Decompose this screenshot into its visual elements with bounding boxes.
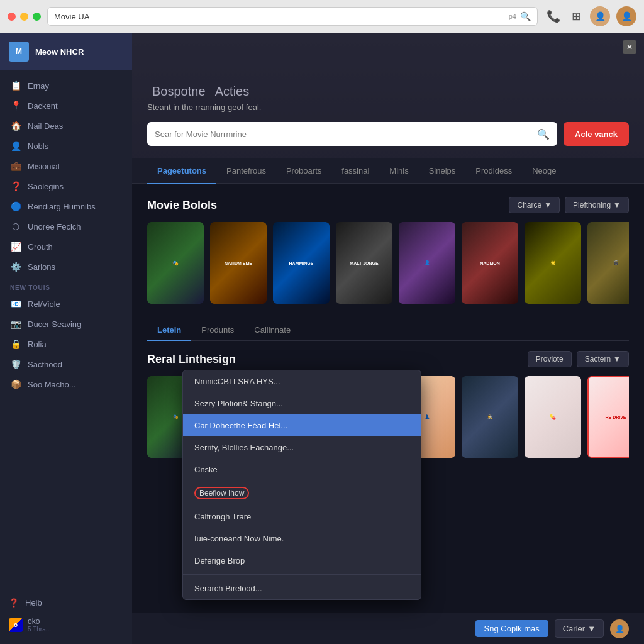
proviote-btn-label: Proviote — [536, 355, 564, 364]
close-traffic-light[interactable] — [8, 13, 16, 21]
header-subtitle: Steant in the rranning geof feal. — [147, 103, 629, 112]
tab-pageetutons[interactable]: Pageetutons — [147, 158, 216, 184]
tab-fassinal[interactable]: fassinal — [331, 158, 379, 184]
header-title-sub: Acties — [215, 84, 249, 98]
grid-icon[interactable]: ⊞ — [569, 7, 584, 26]
sidebar-help-item[interactable]: ❓ Helb — [9, 594, 123, 612]
main-header: ✕ Bospotne Acties Steant in the rranning… — [132, 33, 644, 158]
movie-poster-5: 👤 — [399, 222, 455, 304]
charce-btn[interactable]: Charce ▼ — [509, 197, 560, 213]
tab-pantefrous[interactable]: Pantefrous — [216, 158, 276, 184]
sidebar-item-ernay[interactable]: 📋 Ernay — [0, 75, 132, 96]
sidebar-item-label-sacthood: Sacthood — [28, 360, 62, 369]
movie2-card-8[interactable]: RE DRIVE — [587, 376, 629, 458]
search-input[interactable] — [155, 130, 537, 139]
bottom-bar: Sng Coplk mas Carler ▼ 👤 — [132, 613, 644, 644]
grouth-icon: 📈 — [10, 242, 21, 252]
phone-icon[interactable]: 📞 — [544, 7, 563, 26]
movie-poster-2: NATIUM EME — [210, 222, 267, 304]
sactern-btn[interactable]: Sactern ▼ — [577, 351, 629, 367]
carler-chevron: ▼ — [587, 624, 596, 633]
title-bar-actions: 📞 ⊞ 👤 👤 — [544, 6, 636, 26]
movie-card-2[interactable]: NATIUM EME — [210, 222, 267, 304]
close-button[interactable]: ✕ — [623, 40, 636, 54]
sidebar-item-dackent[interactable]: 📍 Dackent — [0, 96, 132, 116]
context-menu-item-3[interactable]: Serrity, Blollies Eachange... — [183, 436, 421, 458]
sidebar-item-rolia[interactable]: 🔒 Rolia — [0, 334, 132, 354]
sidebar-item-label-nobls: Nobls — [28, 142, 48, 151]
url-bar[interactable]: Movie UA p4 🔍 — [47, 7, 538, 26]
movie-card-3[interactable]: HAMMINGS — [273, 222, 330, 304]
movie-card-1[interactable]: 🎭 — [147, 222, 204, 304]
movie-poster-3: HAMMINGS — [273, 222, 330, 304]
plefthoning-btn[interactable]: Plefthoning ▼ — [565, 197, 629, 213]
ducer-icon: 📷 — [10, 319, 21, 329]
context-menu-item-8[interactable]: Deferige Brop — [183, 550, 421, 572]
tab-prodidess[interactable]: Prodidess — [465, 158, 522, 184]
sidebar-item-grouth[interactable]: 📈 Grouth — [0, 236, 132, 257]
fullscreen-traffic-light[interactable] — [33, 13, 41, 21]
sidebar-help-label: Helb — [25, 598, 42, 608]
minimize-traffic-light[interactable] — [20, 13, 28, 21]
sidebar-item-saolegins[interactable]: ❓ Saolegins — [0, 176, 132, 196]
context-menu: NmnicCBI LSRA HYS... Sezry Plotion& Stan… — [182, 370, 421, 600]
user-avatar-1[interactable]: 👤 — [590, 6, 610, 26]
sidebar-item-sarions[interactable]: ⚙️ Sarions — [0, 257, 132, 277]
movie-card-4[interactable]: MALT JONGE — [336, 222, 392, 304]
context-menu-item-5[interactable]: Beeflow Ihow ➤ — [183, 480, 421, 506]
context-menu-item-7[interactable]: Iuie-coneand Now Nime. — [183, 528, 421, 550]
tab-minis[interactable]: Minis — [379, 158, 418, 184]
user-avatar-2[interactable]: 👤 — [616, 6, 636, 26]
movie2-card-6[interactable]: 🕵️ — [462, 376, 518, 458]
action-button[interactable]: Acle vanck — [564, 122, 629, 146]
sidebar-item-sacthood[interactable]: 🛡️ Sacthood — [0, 354, 132, 374]
header-title-main: Bospotne — [152, 84, 206, 98]
movie-card-8[interactable]: 🎬 — [587, 222, 629, 304]
sidebar-item-nobls[interactable]: 👤 Nobls — [0, 136, 132, 156]
sidebar-item-label-sarions: Sarions — [28, 262, 55, 272]
sidebar-item-rendiarg[interactable]: 🔵 Rendiarg Humnibs — [0, 196, 132, 216]
sidebar-item-nail-deas[interactable]: 🏠 Nail Deas — [0, 116, 132, 136]
sidebar-item-label-rel-viole: Rel/Viole — [28, 299, 60, 309]
movie-card-5[interactable]: 👤 — [399, 222, 455, 304]
carler-dropdown[interactable]: Carler ▼ — [555, 619, 604, 638]
sng-coplk-button[interactable]: Sng Coplk mas — [475, 620, 548, 637]
context-menu-item-2[interactable]: Car Doheethe Féad Hel... ➤ — [183, 414, 421, 436]
sidebar-item-soo-macho[interactable]: 📦 Soo Macho... — [0, 374, 132, 394]
header-title: Bospotne Acties — [147, 80, 629, 100]
traffic-lights — [8, 13, 41, 21]
rendiarg-icon: 🔵 — [10, 201, 21, 211]
misionial-icon: 💼 — [10, 161, 21, 171]
charce-chevron: ▼ — [544, 201, 552, 209]
sidebar-item-misionial[interactable]: 💼 Misionial — [0, 156, 132, 176]
context-menu-item-0[interactable]: NmnicCBI LSRA HYS... — [183, 370, 421, 392]
movie-card-7[interactable]: 🌟 — [525, 222, 581, 304]
sidebar-item-unoree[interactable]: ⬡ Unoree Fecich — [0, 216, 132, 236]
tab-proboarts[interactable]: Proboarts — [276, 158, 331, 184]
sub-tab-letein[interactable]: Letein — [147, 320, 191, 341]
context-menu-item-6[interactable]: Caltrongh Trare — [183, 506, 421, 528]
sidebar-item-rel-viole[interactable]: 📧 Rel/Viole — [0, 294, 132, 314]
context-menu-item-1[interactable]: Sezry Plotion& Stangn... — [183, 392, 421, 414]
context-menu-item-9[interactable]: Serarch Birelood... — [183, 577, 421, 599]
movie-poster-4: MALT JONGE — [336, 222, 392, 304]
proviote-btn[interactable]: Proviote — [528, 351, 572, 367]
search-input-wrap[interactable]: 🔍 — [147, 122, 557, 146]
sidebar-title: Meow NHCR — [35, 47, 84, 57]
movie-poster-8: 🎬 — [587, 222, 629, 304]
context-menu-item-4[interactable]: Cnske — [183, 458, 421, 480]
tab-sineips[interactable]: Sineips — [419, 158, 466, 184]
bottom-right: Sng Coplk mas Carler ▼ 👤 — [475, 619, 629, 638]
tab-neoge[interactable]: Neoge — [522, 158, 566, 184]
context-menu-label-2: Car Doheethe Féad Hel... — [194, 421, 287, 430]
sidebar-item-ducer[interactable]: 📷 Ducer Seaving — [0, 314, 132, 334]
movie2-card-7[interactable]: 💊 — [525, 376, 581, 458]
sactern-btn-label: Sactern — [585, 355, 611, 364]
bottom-user-avatar[interactable]: 👤 — [610, 619, 629, 638]
search-submit-icon[interactable]: 🔍 — [537, 128, 550, 140]
title-bar: Movie UA p4 🔍 📞 ⊞ 👤 👤 — [0, 0, 644, 33]
sub-tab-produnts[interactable]: Produnts — [191, 320, 244, 341]
sub-tab-callinnate[interactable]: Callinnate — [244, 320, 301, 341]
movie-card-6[interactable]: NADMON — [462, 222, 518, 304]
plefthoning-chevron: ▼ — [613, 201, 621, 209]
